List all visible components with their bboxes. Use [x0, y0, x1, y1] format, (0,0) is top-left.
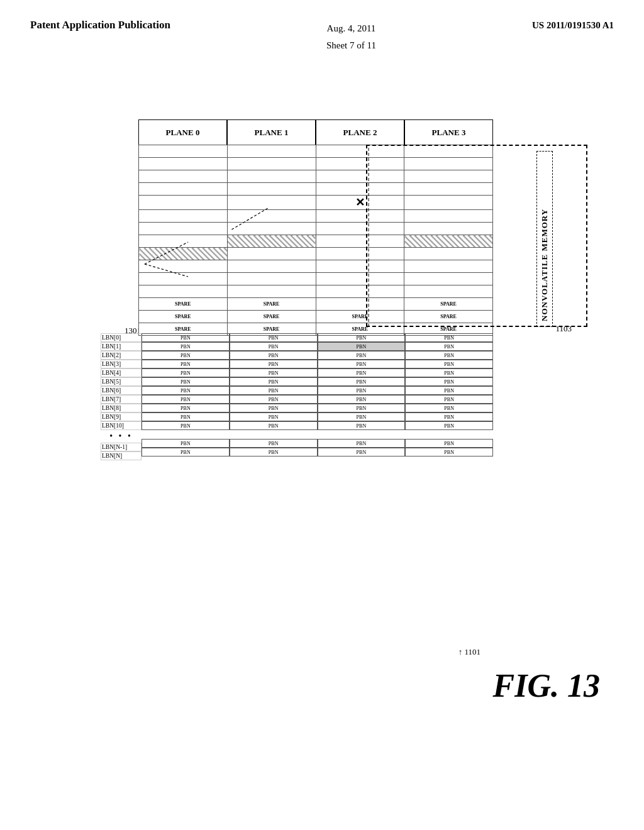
pbn-p2-4: PBN	[318, 368, 406, 377]
grid-row: ✕	[139, 196, 493, 210]
pbn-p2-9: PBN	[318, 412, 406, 421]
grid-cell	[316, 183, 404, 196]
spare-cell-p0: SPARE	[139, 298, 228, 311]
grid-cell	[139, 170, 228, 183]
grid-cell	[227, 260, 316, 273]
pbn-plane-2: PBN PBN PBN PBN PBN PBN PBN PBN PBN PBN …	[318, 333, 406, 456]
ref-1103: 1103	[555, 324, 572, 334]
pbn-p3-1: PBN	[405, 342, 493, 351]
pub-date: Aug. 4, 2011	[327, 23, 376, 33]
pbn-p3-dots	[405, 430, 493, 439]
grid-cell	[139, 183, 228, 196]
pbn-p0-4: PBN	[142, 368, 230, 377]
pbn-p1-0: PBN	[230, 333, 318, 342]
pbn-p3-8: PBN	[405, 404, 493, 412]
pbn-p2-n1: PBN	[318, 439, 406, 448]
lbn-row-6: LBN[6]	[101, 386, 142, 395]
pbn-p2-6: PBN	[318, 386, 406, 395]
pbn-p2-0: PBN	[318, 333, 406, 342]
grid-row	[139, 273, 493, 285]
patent-number: US 2011/0191530 A1	[532, 18, 614, 31]
pbn-plane-0: PBN PBN PBN PBN PBN PBN PBN PBN PBN PBN …	[142, 333, 230, 456]
grid-cell	[404, 145, 493, 158]
grid-cell	[404, 260, 493, 273]
grid-row	[139, 235, 493, 248]
lbn-row-2: LBN[2]	[101, 351, 142, 360]
pbn-p1-8: PBN	[230, 404, 318, 412]
spare-cell-p3: SPARE	[404, 298, 493, 311]
plane-0-label: PLANE 0	[138, 119, 227, 145]
pbn-p1-n1: PBN	[230, 439, 318, 448]
pbn-p2-10: PBN	[318, 421, 406, 430]
pbn-p1-4: PBN	[230, 368, 318, 377]
pbn-p3-n: PBN	[405, 448, 493, 456]
pbn-p3-n1: PBN	[405, 439, 493, 448]
grid-cell	[227, 196, 316, 210]
grid-row	[139, 158, 493, 170]
plane-2-label: PLANE 2	[316, 119, 404, 145]
sheet-info: Sheet 7 of 11	[326, 40, 376, 50]
grid-cell	[316, 260, 404, 273]
grid-cell	[404, 158, 493, 170]
grid-cell	[316, 235, 404, 248]
grid-cell	[316, 170, 404, 183]
diagram-area: FIG. 13 1301 1303 ↑ 1101 1103 NONVOLATIL…	[38, 101, 606, 780]
grid-cell	[227, 285, 316, 298]
pbn-planes: PBN PBN PBN PBN PBN PBN PBN PBN PBN PBN …	[142, 333, 493, 456]
pbn-p0-2: PBN	[142, 351, 230, 360]
grid-cell	[404, 248, 493, 260]
grid-cell	[139, 285, 228, 298]
pbn-p1-dots	[230, 430, 318, 439]
grid-cell	[316, 210, 404, 223]
spare-cell2-p3: SPARE	[404, 311, 493, 323]
grid-row	[139, 183, 493, 196]
plane-labels: PLANE 0 PLANE 1 PLANE 2 PLANE 3	[138, 119, 493, 145]
grid-cell	[404, 210, 493, 223]
grid-row-spare: SPARE SPARE SPARE	[139, 298, 493, 311]
pbn-p0-0: PBN	[142, 333, 230, 342]
grid-cell	[139, 145, 228, 158]
grid-row	[139, 210, 493, 223]
lbn-row-n-1: LBN[N-1]	[101, 443, 142, 451]
lbn-row-3: LBN[3]	[101, 360, 142, 368]
lbn-row-n: LBN[N]	[101, 451, 142, 460]
pbn-p1-3: PBN	[230, 360, 318, 368]
plane-1-label: PLANE 1	[227, 119, 316, 145]
pbn-p2-1: PBN	[318, 342, 406, 351]
pbn-p3-6: PBN	[405, 386, 493, 395]
lbn-row-10: LBN[10]	[101, 421, 142, 430]
pbn-p0-9: PBN	[142, 412, 230, 421]
grid-cell	[404, 273, 493, 285]
grid-cell	[316, 223, 404, 235]
grid-cell	[227, 210, 316, 223]
lbn-row-7: LBN[7]	[101, 395, 142, 404]
page-header: Patent Application Publication Aug. 4, 2…	[0, 0, 644, 54]
grid-cell	[139, 273, 228, 285]
publication-title: Patent Application Publication	[30, 18, 170, 33]
grid-row	[139, 248, 493, 260]
grid-cell	[316, 298, 404, 311]
pbn-p3-4: PBN	[405, 368, 493, 377]
pbn-p2-3: PBN	[318, 360, 406, 368]
grid-cell	[227, 273, 316, 285]
pbn-p2-7: PBN	[318, 395, 406, 404]
grid-cell	[404, 196, 493, 210]
grid-cell	[316, 285, 404, 298]
grid-cell	[227, 145, 316, 158]
pbn-p0-3: PBN	[142, 360, 230, 368]
grid-cell	[227, 158, 316, 170]
pbn-p1-5: PBN	[230, 377, 318, 386]
lbn-pbn-section: LBN[0] LBN[1] LBN[2] LBN[3] LBN[4] LBN[5…	[101, 333, 493, 460]
grid-row	[139, 145, 493, 158]
pbn-p0-8: PBN	[142, 404, 230, 412]
pbn-p0-5: PBN	[142, 377, 230, 386]
grid-cell	[316, 248, 404, 260]
grid-cell	[316, 158, 404, 170]
pbn-p0-n: PBN	[142, 448, 230, 456]
pbn-p0-10: PBN	[142, 421, 230, 430]
lbn-row-5: LBN[5]	[101, 377, 142, 386]
grid-cell	[404, 170, 493, 183]
pbn-plane-3: PBN PBN PBN PBN PBN PBN PBN PBN PBN PBN …	[405, 333, 493, 456]
pbn-p3-7: PBN	[405, 395, 493, 404]
lbn-ellipsis: • • •	[101, 430, 142, 443]
